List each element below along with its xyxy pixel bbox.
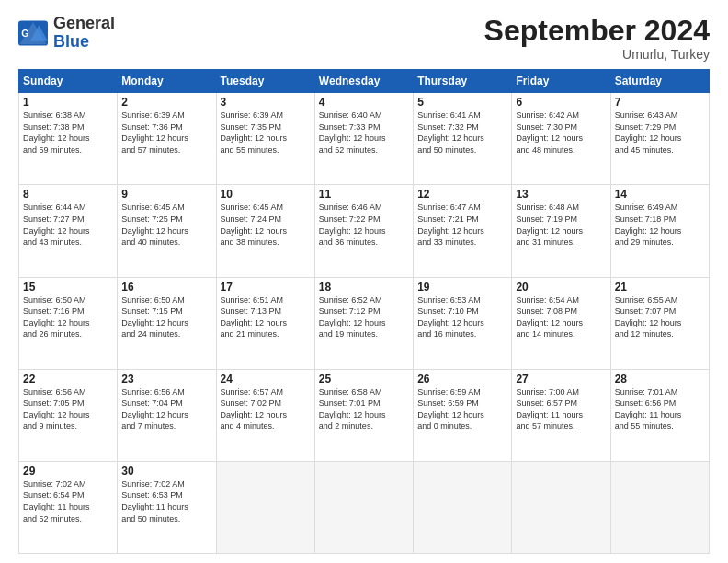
col-sunday: Sunday (19, 70, 118, 93)
calendar-week-row: 8Sunrise: 6:44 AMSunset: 7:27 PMDaylight… (19, 185, 710, 277)
day-number: 23 (121, 373, 211, 385)
calendar-week-row: 29Sunrise: 7:02 AMSunset: 6:54 PMDayligh… (19, 461, 710, 553)
table-row (216, 461, 314, 553)
table-row: 15Sunrise: 6:50 AMSunset: 7:16 PMDayligh… (19, 277, 118, 369)
day-number: 18 (319, 281, 409, 293)
title-block: September 2024 Umurlu, Turkey (484, 15, 710, 62)
logo-text: General Blue (53, 15, 115, 52)
table-row: 26Sunrise: 6:59 AMSunset: 6:59 PMDayligh… (414, 369, 512, 461)
day-info: Sunrise: 6:42 AMSunset: 7:30 PMDaylight:… (516, 109, 606, 155)
table-row: 30Sunrise: 7:02 AMSunset: 6:53 PMDayligh… (118, 461, 216, 553)
table-row: 13Sunrise: 6:48 AMSunset: 7:19 PMDayligh… (512, 185, 610, 277)
table-row: 7Sunrise: 6:43 AMSunset: 7:29 PMDaylight… (610, 93, 709, 185)
table-row: 24Sunrise: 6:57 AMSunset: 7:02 PMDayligh… (216, 369, 314, 461)
day-info: Sunrise: 6:57 AMSunset: 7:02 PMDaylight:… (221, 386, 311, 432)
table-row: 23Sunrise: 6:56 AMSunset: 7:04 PMDayligh… (118, 369, 216, 461)
calendar-table: Sunday Monday Tuesday Wednesday Thursday… (18, 69, 710, 554)
day-number: 8 (23, 188, 113, 201)
day-info: Sunrise: 6:47 AMSunset: 7:21 PMDaylight:… (417, 201, 507, 247)
table-row: 27Sunrise: 7:00 AMSunset: 6:57 PMDayligh… (512, 369, 610, 461)
day-info: Sunrise: 6:58 AMSunset: 7:01 PMDaylight:… (319, 386, 409, 432)
day-info: Sunrise: 6:53 AMSunset: 7:10 PMDaylight:… (417, 294, 507, 340)
day-info: Sunrise: 6:49 AMSunset: 7:18 PMDaylight:… (615, 201, 705, 247)
table-row: 29Sunrise: 7:02 AMSunset: 6:54 PMDayligh… (19, 461, 118, 553)
day-number: 17 (221, 281, 311, 293)
day-info: Sunrise: 6:52 AMSunset: 7:12 PMDaylight:… (319, 294, 409, 340)
location: Umurlu, Turkey (484, 47, 710, 62)
table-row: 21Sunrise: 6:55 AMSunset: 7:07 PMDayligh… (610, 277, 709, 369)
svg-text:G: G (21, 29, 28, 39)
table-row: 1Sunrise: 6:38 AMSunset: 7:38 PMDaylight… (19, 93, 118, 185)
col-friday: Friday (512, 70, 610, 93)
day-info: Sunrise: 6:45 AMSunset: 7:25 PMDaylight:… (121, 201, 211, 247)
table-row: 10Sunrise: 6:45 AMSunset: 7:24 PMDayligh… (216, 185, 314, 277)
day-info: Sunrise: 7:02 AMSunset: 6:53 PMDaylight:… (121, 478, 211, 524)
day-info: Sunrise: 6:50 AMSunset: 7:16 PMDaylight:… (23, 294, 113, 340)
day-info: Sunrise: 6:48 AMSunset: 7:19 PMDaylight:… (516, 201, 606, 247)
table-row: 12Sunrise: 6:47 AMSunset: 7:21 PMDayligh… (414, 185, 512, 277)
day-number: 15 (23, 281, 113, 293)
day-number: 24 (221, 373, 311, 385)
day-number: 1 (23, 96, 113, 109)
day-info: Sunrise: 6:54 AMSunset: 7:08 PMDaylight:… (516, 294, 606, 340)
day-number: 12 (417, 188, 507, 201)
day-number: 2 (121, 96, 211, 109)
day-number: 27 (516, 373, 606, 385)
table-row: 20Sunrise: 6:54 AMSunset: 7:08 PMDayligh… (512, 277, 610, 369)
col-tuesday: Tuesday (216, 70, 314, 93)
day-number: 19 (417, 281, 507, 293)
table-row: 11Sunrise: 6:46 AMSunset: 7:22 PMDayligh… (314, 185, 413, 277)
day-number: 30 (121, 465, 211, 477)
table-row (414, 461, 512, 553)
day-info: Sunrise: 6:50 AMSunset: 7:15 PMDaylight:… (121, 294, 211, 340)
table-row: 8Sunrise: 6:44 AMSunset: 7:27 PMDaylight… (19, 185, 118, 277)
day-info: Sunrise: 7:00 AMSunset: 6:57 PMDaylight:… (516, 386, 606, 432)
day-number: 13 (516, 188, 606, 201)
logo-icon: G (18, 20, 48, 46)
day-number: 14 (615, 188, 705, 201)
day-info: Sunrise: 6:39 AMSunset: 7:36 PMDaylight:… (121, 109, 211, 155)
day-info: Sunrise: 6:45 AMSunset: 7:24 PMDaylight:… (221, 201, 311, 247)
table-row (314, 461, 413, 553)
day-number: 7 (615, 96, 705, 109)
calendar-header-row: Sunday Monday Tuesday Wednesday Thursday… (19, 70, 710, 93)
day-number: 4 (319, 96, 409, 109)
day-info: Sunrise: 6:59 AMSunset: 6:59 PMDaylight:… (417, 386, 507, 432)
table-row (512, 461, 610, 553)
day-number: 25 (319, 373, 409, 385)
day-number: 5 (417, 96, 507, 109)
calendar-week-row: 1Sunrise: 6:38 AMSunset: 7:38 PMDaylight… (19, 93, 710, 185)
day-number: 16 (121, 281, 211, 293)
table-row: 18Sunrise: 6:52 AMSunset: 7:12 PMDayligh… (314, 277, 413, 369)
table-row: 4Sunrise: 6:40 AMSunset: 7:33 PMDaylight… (314, 93, 413, 185)
day-number: 20 (516, 281, 606, 293)
day-info: Sunrise: 6:44 AMSunset: 7:27 PMDaylight:… (23, 201, 113, 247)
day-number: 3 (221, 96, 311, 109)
table-row: 9Sunrise: 6:45 AMSunset: 7:25 PMDaylight… (118, 185, 216, 277)
day-number: 9 (121, 188, 211, 201)
table-row: 25Sunrise: 6:58 AMSunset: 7:01 PMDayligh… (314, 369, 413, 461)
table-row: 16Sunrise: 6:50 AMSunset: 7:15 PMDayligh… (118, 277, 216, 369)
logo: G General Blue (18, 15, 115, 52)
day-info: Sunrise: 6:39 AMSunset: 7:35 PMDaylight:… (221, 109, 311, 155)
day-info: Sunrise: 7:02 AMSunset: 6:54 PMDaylight:… (23, 478, 113, 524)
day-info: Sunrise: 6:55 AMSunset: 7:07 PMDaylight:… (615, 294, 705, 340)
day-info: Sunrise: 6:56 AMSunset: 7:04 PMDaylight:… (121, 386, 211, 432)
table-row: 28Sunrise: 7:01 AMSunset: 6:56 PMDayligh… (610, 369, 709, 461)
day-number: 28 (615, 373, 705, 385)
table-row: 14Sunrise: 6:49 AMSunset: 7:18 PMDayligh… (610, 185, 709, 277)
table-row: 19Sunrise: 6:53 AMSunset: 7:10 PMDayligh… (414, 277, 512, 369)
day-info: Sunrise: 6:38 AMSunset: 7:38 PMDaylight:… (23, 109, 113, 155)
day-number: 10 (221, 188, 311, 201)
day-number: 26 (417, 373, 507, 385)
day-info: Sunrise: 6:46 AMSunset: 7:22 PMDaylight:… (319, 201, 409, 247)
day-info: Sunrise: 6:43 AMSunset: 7:29 PMDaylight:… (615, 109, 705, 155)
col-monday: Monday (118, 70, 216, 93)
calendar-week-row: 22Sunrise: 6:56 AMSunset: 7:05 PMDayligh… (19, 369, 710, 461)
table-row: 17Sunrise: 6:51 AMSunset: 7:13 PMDayligh… (216, 277, 314, 369)
col-saturday: Saturday (610, 70, 709, 93)
day-info: Sunrise: 6:56 AMSunset: 7:05 PMDaylight:… (23, 386, 113, 432)
table-row (610, 461, 709, 553)
month-title: September 2024 (484, 15, 710, 47)
day-number: 29 (23, 465, 113, 477)
